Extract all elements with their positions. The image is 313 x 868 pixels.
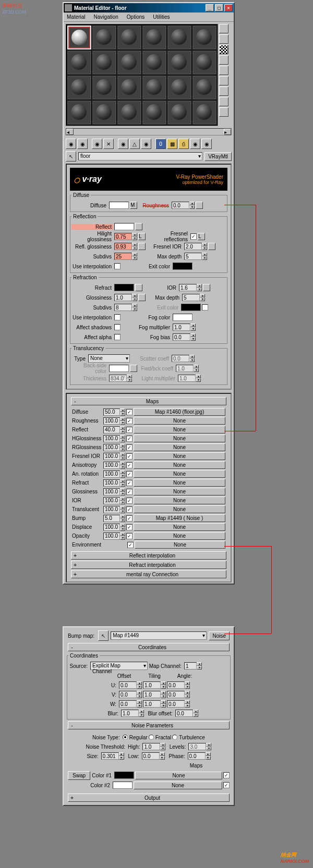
- size-spinner[interactable]: ▴▾: [101, 752, 124, 760]
- refl-subdivs-spinner[interactable]: ▴▾: [114, 253, 137, 260]
- w-angle-spinner[interactable]: ▴▾: [167, 700, 190, 708]
- map-enable-check[interactable]: ✓: [127, 542, 134, 548]
- map-slot-button[interactable]: None: [134, 532, 225, 540]
- refr-exitcolor-check[interactable]: [202, 304, 208, 311]
- sample-type-icon[interactable]: [219, 24, 228, 33]
- refr-ior-spinner[interactable]: ▴▾: [179, 284, 202, 291]
- sample-slot[interactable]: [92, 26, 116, 49]
- refr-interp-check[interactable]: [114, 314, 121, 320]
- v-offset-spinner[interactable]: ▴▾: [119, 691, 142, 698]
- map-amount-spinner[interactable]: ▴▾: [103, 435, 125, 442]
- color2-map-check[interactable]: ✓: [223, 782, 230, 788]
- sample-slot[interactable]: [167, 76, 191, 100]
- color1-map-check[interactable]: ✓: [223, 772, 230, 778]
- reflect-swatch[interactable]: [114, 223, 134, 230]
- map-enable-check[interactable]: ✓: [126, 498, 133, 504]
- sample-slot[interactable]: [117, 101, 141, 125]
- map-slot-button[interactable]: None: [134, 452, 225, 460]
- map-amount-spinner[interactable]: ▴▾: [103, 426, 125, 433]
- assign-to-selection-icon[interactable]: ◉: [92, 139, 102, 149]
- backlight-icon[interactable]: [219, 34, 228, 44]
- sample-slot-active[interactable]: [67, 26, 91, 49]
- map-enable-check[interactable]: ✓: [126, 444, 133, 451]
- diffuse-map-button[interactable]: M: [130, 202, 137, 209]
- map-slot-button[interactable]: None: [135, 541, 225, 549]
- map-slot-button[interactable]: None: [134, 426, 225, 433]
- map-enable-check[interactable]: ✓: [126, 436, 133, 442]
- pick-icon[interactable]: ↖: [98, 630, 109, 641]
- titlebar[interactable]: Material Editor - floor _ □ ✕: [64, 3, 234, 13]
- video-color-icon[interactable]: [219, 66, 228, 75]
- scatter-coeff-spinner[interactable]: ▴▾: [172, 355, 195, 362]
- get-material-icon[interactable]: ◉: [66, 139, 76, 149]
- v-angle-spinner[interactable]: ▴▾: [167, 691, 190, 698]
- noise-type-turbulence[interactable]: Turbulence: [172, 735, 205, 740]
- sample-slot[interactable]: [92, 76, 116, 100]
- map-amount-spinner[interactable]: ▴▾: [103, 524, 125, 531]
- map-enable-check[interactable]: ✓: [126, 489, 133, 495]
- map-slot-button[interactable]: None: [134, 435, 225, 442]
- map-enable-check[interactable]: ✓: [126, 453, 133, 460]
- make-unique-icon[interactable]: △: [129, 139, 140, 149]
- w-tiling-spinner[interactable]: ▴▾: [143, 700, 166, 708]
- blur-spinner[interactable]: ▴▾: [121, 710, 144, 717]
- bump-map-name-dropdown[interactable]: Map #1449: [111, 631, 207, 640]
- map-amount-spinner[interactable]: ▴▾: [103, 497, 125, 504]
- map-slot-button[interactable]: None: [134, 505, 225, 513]
- map-enable-check[interactable]: ✓: [126, 427, 133, 433]
- sample-slot[interactable]: [142, 101, 166, 125]
- reflect-map-button[interactable]: [135, 223, 142, 230]
- map-amount-spinner[interactable]: ▴▾: [103, 408, 125, 416]
- map-channel-spinner[interactable]: ▴▾: [184, 662, 202, 669]
- sample-slot[interactable]: [142, 76, 166, 100]
- reflect-interp-rollout[interactable]: +Reflect interpolation: [71, 551, 226, 560]
- fresnel-refl-check[interactable]: ✓: [190, 233, 197, 240]
- options-icon[interactable]: [219, 86, 228, 96]
- menu-material[interactable]: Material: [65, 14, 88, 20]
- sample-slot[interactable]: [92, 51, 116, 75]
- backside-map-button[interactable]: [130, 365, 137, 372]
- high-spinner[interactable]: ▴▾: [142, 743, 165, 750]
- sample-slot[interactable]: [192, 26, 216, 49]
- map-amount-spinner[interactable]: ▴▾: [103, 488, 125, 495]
- mentalray-rollout[interactable]: +mental ray Connection: [71, 570, 226, 578]
- show-in-viewport-icon[interactable]: ▦: [167, 139, 177, 149]
- maps-rollout-header[interactable]: -Maps: [71, 397, 226, 405]
- map-amount-spinner[interactable]: ▴▾: [103, 515, 125, 522]
- w-offset-spinner[interactable]: ▴▾: [119, 700, 142, 708]
- sample-slot[interactable]: [67, 76, 91, 100]
- fwdbck-coeff-spinner[interactable]: ▴▾: [176, 365, 199, 372]
- refl-interp-check[interactable]: [114, 263, 121, 269]
- refl-exitcolor-swatch[interactable]: [173, 263, 192, 270]
- material-type-button[interactable]: VRayMtl: [204, 152, 232, 161]
- map-amount-spinner[interactable]: ▴▾: [103, 506, 125, 513]
- maximize-button[interactable]: □: [215, 4, 223, 11]
- u-angle-spinner[interactable]: ▴▾: [167, 681, 190, 689]
- sample-slot[interactable]: [67, 51, 91, 75]
- scroll-left-icon[interactable]: ◂: [66, 129, 74, 135]
- roughness-map-button[interactable]: [196, 202, 203, 209]
- map-slot-button[interactable]: None: [134, 417, 225, 425]
- sample-slot[interactable]: [117, 26, 141, 49]
- map-amount-spinner[interactable]: ▴▾: [103, 479, 125, 487]
- refr-ior-map-button[interactable]: [203, 284, 210, 291]
- map-enable-check[interactable]: ✓: [126, 506, 133, 513]
- map-enable-check[interactable]: ✓: [126, 471, 133, 477]
- v-tiling-spinner[interactable]: ▴▾: [143, 691, 166, 698]
- coordinates-rollout-header[interactable]: -Coordinates: [68, 643, 230, 651]
- sample-slot[interactable]: [142, 26, 166, 49]
- map-amount-spinner[interactable]: ▴▾: [103, 532, 125, 540]
- sample-scroll[interactable]: ◂ ▸: [66, 128, 232, 135]
- map-slot-button[interactable]: Map #1449 ( Noise ): [134, 514, 225, 522]
- bump-map-type-button[interactable]: Noise: [209, 631, 230, 640]
- roughness-spinner[interactable]: ▴▾: [172, 202, 195, 209]
- select-by-material-icon[interactable]: [219, 97, 228, 106]
- refl-maxdepth-spinner[interactable]: ▴▾: [184, 253, 207, 260]
- refr-maxdepth-spinner[interactable]: ▴▾: [182, 294, 205, 301]
- refr-subdivs-spinner[interactable]: ▴▾: [114, 304, 137, 311]
- map-amount-spinner[interactable]: ▴▾: [103, 462, 125, 469]
- levels-spinner[interactable]: ▴▾: [188, 743, 211, 750]
- low-spinner[interactable]: ▴▾: [142, 752, 165, 760]
- map-enable-check[interactable]: ✓: [126, 409, 133, 415]
- refr-exitcolor-swatch[interactable]: [181, 304, 201, 311]
